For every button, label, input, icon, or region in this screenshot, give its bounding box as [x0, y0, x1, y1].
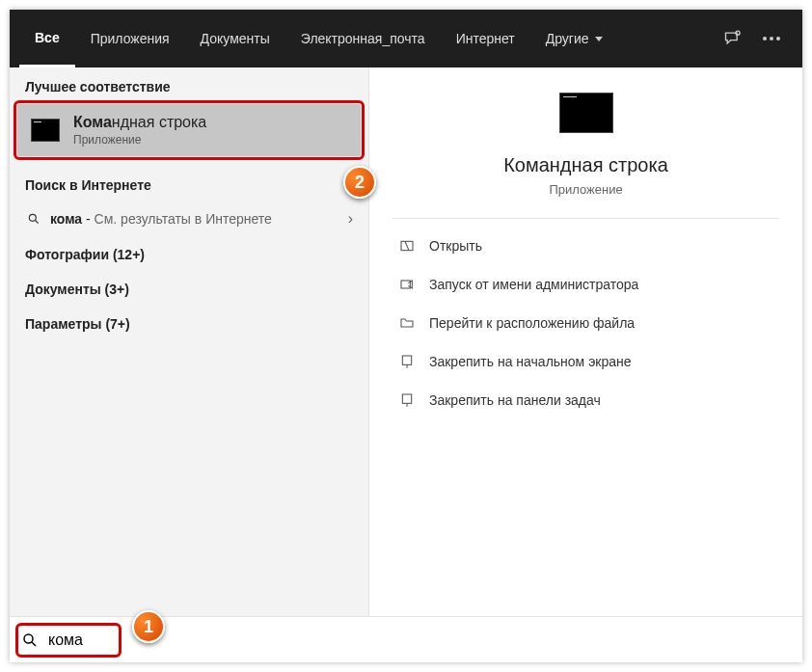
svg-point-0 — [736, 31, 740, 35]
annotation-callout-2: 2 — [343, 166, 376, 199]
action-pin-taskbar-label: Закрепить на панели задач — [429, 392, 601, 408]
feedback-icon[interactable] — [723, 29, 743, 48]
action-location-label: Перейти к расположению файла — [429, 315, 635, 331]
results-panel: Лучшее соответствие Командная строка При… — [10, 67, 368, 616]
web-search-header: Поиск в Интернете — [10, 166, 368, 201]
web-search-label: кома - См. результаты в Интернете — [50, 211, 338, 227]
tab-all[interactable]: Все — [19, 10, 75, 67]
preview-subtitle: Приложение — [392, 182, 779, 197]
category-photos[interactable]: Фотографии (12+) — [10, 237, 368, 272]
action-run-admin[interactable]: Запуск от имени администратора — [392, 265, 779, 304]
chevron-down-icon — [595, 37, 603, 41]
open-icon — [398, 237, 416, 255]
svg-point-4 — [29, 214, 36, 221]
tab-internet[interactable]: Интернет — [441, 10, 530, 67]
tab-other[interactable]: Другие — [530, 10, 618, 67]
action-admin-label: Запуск от имени администратора — [429, 277, 638, 292]
admin-icon — [398, 276, 416, 293]
search-tabs: Все Приложения Документы Электронная_поч… — [10, 10, 802, 67]
preview-panel: Командная строка Приложение Открыть Запу… — [368, 67, 802, 616]
search-bar — [10, 616, 802, 662]
web-search-item[interactable]: кома - См. результаты в Интернете › — [10, 201, 368, 237]
action-pin-taskbar[interactable]: Закрепить на панели задач — [392, 381, 779, 419]
folder-icon — [398, 314, 416, 332]
best-match-header: Лучшее соответствие — [10, 67, 368, 102]
svg-line-13 — [32, 642, 36, 646]
svg-point-1 — [763, 37, 767, 40]
svg-rect-7 — [401, 281, 410, 288]
more-icon[interactable] — [762, 36, 781, 41]
action-pin-start-label: Закрепить на начальном экране — [429, 354, 632, 369]
chevron-right-icon: › — [348, 210, 353, 228]
action-file-location[interactable]: Перейти к расположению файла — [392, 304, 779, 342]
preview-title: Командная строка — [392, 154, 779, 176]
preview-app-icon — [559, 93, 613, 133]
action-open[interactable]: Открыть — [392, 227, 779, 265]
divider — [392, 218, 779, 219]
pin-taskbar-icon — [398, 391, 416, 409]
svg-point-2 — [770, 37, 773, 40]
category-documents[interactable]: Документы (3+) — [10, 272, 368, 307]
svg-point-3 — [776, 37, 780, 40]
tab-apps[interactable]: Приложения — [75, 10, 185, 67]
pin-start-icon — [398, 353, 416, 370]
tab-email[interactable]: Электронная_почта — [285, 10, 441, 67]
cmd-thumb-icon — [31, 119, 60, 142]
best-match-item[interactable]: Командная строка Приложение — [17, 104, 361, 156]
tab-documents[interactable]: Документы — [185, 10, 285, 67]
svg-line-5 — [36, 221, 39, 224]
search-icon — [21, 632, 39, 649]
svg-rect-8 — [402, 356, 411, 364]
svg-rect-10 — [402, 394, 411, 403]
action-open-label: Открыть — [429, 238, 482, 254]
svg-point-12 — [24, 634, 33, 643]
best-match-subtitle: Приложение — [73, 133, 206, 147]
action-pin-start[interactable]: Закрепить на начальном экране — [392, 342, 779, 381]
best-match-title: Командная строка — [73, 114, 206, 131]
category-settings[interactable]: Параметры (7+) — [10, 307, 368, 341]
annotation-callout-1: 1 — [132, 610, 165, 643]
search-icon — [27, 212, 41, 226]
